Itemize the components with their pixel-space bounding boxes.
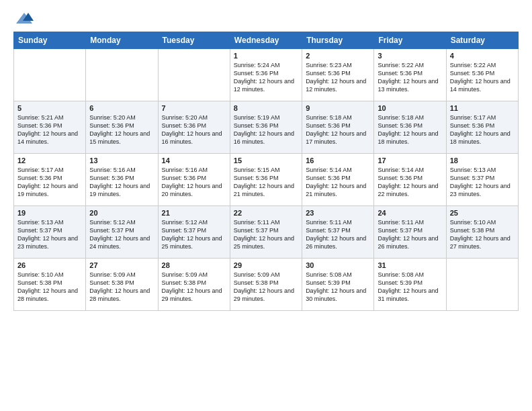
day-info: Sunrise: 5:18 AM Sunset: 5:36 PM Dayligh…	[306, 113, 370, 146]
day-info: Sunrise: 5:14 AM Sunset: 5:36 PM Dayligh…	[306, 166, 370, 199]
day-number: 13	[89, 156, 154, 165]
day-info: Sunrise: 5:19 AM Sunset: 5:36 PM Dayligh…	[234, 113, 298, 146]
day-cell: 21Sunrise: 5:12 AM Sunset: 5:37 PM Dayli…	[158, 206, 230, 259]
day-number: 12	[17, 156, 82, 165]
day-cell: 10Sunrise: 5:18 AM Sunset: 5:36 PM Dayli…	[374, 101, 446, 154]
day-number: 28	[162, 261, 226, 269]
day-number: 1	[234, 52, 298, 60]
day-number: 11	[450, 104, 515, 112]
day-info: Sunrise: 5:17 AM Sunset: 5:36 PM Dayligh…	[17, 166, 82, 199]
day-info: Sunrise: 5:10 AM Sunset: 5:38 PM Dayligh…	[17, 271, 82, 304]
day-cell	[14, 49, 86, 101]
week-row-3: 12Sunrise: 5:17 AM Sunset: 5:36 PM Dayli…	[14, 154, 519, 206]
day-info: Sunrise: 5:10 AM Sunset: 5:38 PM Dayligh…	[450, 218, 515, 251]
day-number: 8	[234, 104, 298, 112]
header-friday: Friday	[374, 32, 446, 49]
day-number: 7	[162, 104, 226, 112]
day-headers-row: SundayMondayTuesdayWednesdayThursdayFrid…	[14, 32, 519, 49]
day-info: Sunrise: 5:12 AM Sunset: 5:37 PM Dayligh…	[89, 218, 154, 251]
day-info: Sunrise: 5:11 AM Sunset: 5:37 PM Dayligh…	[306, 218, 370, 251]
day-info: Sunrise: 5:12 AM Sunset: 5:37 PM Dayligh…	[162, 218, 226, 251]
day-info: Sunrise: 5:14 AM Sunset: 5:36 PM Dayligh…	[378, 166, 442, 199]
day-cell: 20Sunrise: 5:12 AM Sunset: 5:37 PM Dayli…	[86, 206, 158, 259]
day-number: 19	[17, 209, 82, 217]
day-cell: 7Sunrise: 5:20 AM Sunset: 5:36 PM Daylig…	[158, 101, 230, 154]
day-number: 20	[89, 209, 154, 217]
week-row-2: 5Sunrise: 5:21 AM Sunset: 5:36 PM Daylig…	[14, 101, 519, 154]
day-cell: 30Sunrise: 5:08 AM Sunset: 5:39 PM Dayli…	[302, 259, 374, 311]
day-cell: 6Sunrise: 5:20 AM Sunset: 5:36 PM Daylig…	[86, 101, 158, 154]
day-cell: 29Sunrise: 5:09 AM Sunset: 5:38 PM Dayli…	[230, 259, 302, 311]
day-number: 30	[306, 261, 370, 269]
day-number: 29	[234, 261, 298, 269]
header-thursday: Thursday	[302, 32, 374, 49]
day-info: Sunrise: 5:18 AM Sunset: 5:36 PM Dayligh…	[378, 113, 442, 146]
day-number: 4	[450, 52, 515, 60]
day-number: 3	[378, 52, 442, 60]
day-info: Sunrise: 5:20 AM Sunset: 5:36 PM Dayligh…	[162, 113, 226, 146]
day-cell: 3Sunrise: 5:22 AM Sunset: 5:36 PM Daylig…	[374, 49, 446, 101]
day-info: Sunrise: 5:09 AM Sunset: 5:38 PM Dayligh…	[234, 271, 298, 304]
day-cell: 2Sunrise: 5:23 AM Sunset: 5:36 PM Daylig…	[302, 49, 374, 101]
day-info: Sunrise: 5:08 AM Sunset: 5:39 PM Dayligh…	[306, 271, 370, 304]
day-number: 25	[450, 209, 515, 217]
day-cell: 27Sunrise: 5:09 AM Sunset: 5:38 PM Dayli…	[86, 259, 158, 311]
day-cell	[86, 49, 158, 101]
day-cell: 15Sunrise: 5:15 AM Sunset: 5:36 PM Dayli…	[230, 154, 302, 206]
day-info: Sunrise: 5:22 AM Sunset: 5:36 PM Dayligh…	[450, 61, 515, 94]
day-info: Sunrise: 5:09 AM Sunset: 5:38 PM Dayligh…	[89, 271, 154, 304]
day-number: 22	[234, 209, 298, 217]
logo-icon	[15, 11, 34, 25]
day-number: 5	[17, 104, 82, 112]
day-cell: 22Sunrise: 5:11 AM Sunset: 5:37 PM Dayli…	[230, 206, 302, 259]
day-info: Sunrise: 5:13 AM Sunset: 5:37 PM Dayligh…	[17, 218, 82, 251]
day-cell	[446, 259, 518, 311]
day-number: 27	[89, 261, 154, 269]
day-cell: 18Sunrise: 5:13 AM Sunset: 5:37 PM Dayli…	[446, 154, 518, 206]
day-number: 9	[306, 104, 370, 112]
day-cell: 8Sunrise: 5:19 AM Sunset: 5:36 PM Daylig…	[230, 101, 302, 154]
day-number: 24	[378, 209, 442, 217]
calendar-table: SundayMondayTuesdayWednesdayThursdayFrid…	[13, 32, 519, 311]
day-cell: 23Sunrise: 5:11 AM Sunset: 5:37 PM Dayli…	[302, 206, 374, 259]
logo	[13, 11, 34, 25]
week-row-1: 1Sunrise: 5:24 AM Sunset: 5:36 PM Daylig…	[14, 49, 519, 101]
header-tuesday: Tuesday	[158, 32, 230, 49]
day-info: Sunrise: 5:11 AM Sunset: 5:37 PM Dayligh…	[234, 218, 298, 251]
day-cell: 25Sunrise: 5:10 AM Sunset: 5:38 PM Dayli…	[446, 206, 518, 259]
day-number: 6	[89, 104, 154, 112]
day-info: Sunrise: 5:08 AM Sunset: 5:39 PM Dayligh…	[378, 271, 442, 304]
day-number: 15	[234, 156, 298, 165]
day-info: Sunrise: 5:24 AM Sunset: 5:36 PM Dayligh…	[234, 61, 298, 94]
day-cell: 1Sunrise: 5:24 AM Sunset: 5:36 PM Daylig…	[230, 49, 302, 101]
day-number: 26	[17, 261, 82, 269]
week-row-4: 19Sunrise: 5:13 AM Sunset: 5:37 PM Dayli…	[14, 206, 519, 259]
header-monday: Monday	[86, 32, 158, 49]
day-number: 21	[162, 209, 226, 217]
day-info: Sunrise: 5:16 AM Sunset: 5:36 PM Dayligh…	[162, 166, 226, 199]
day-info: Sunrise: 5:17 AM Sunset: 5:36 PM Dayligh…	[450, 113, 515, 146]
day-cell: 26Sunrise: 5:10 AM Sunset: 5:38 PM Dayli…	[14, 259, 86, 311]
day-info: Sunrise: 5:22 AM Sunset: 5:36 PM Dayligh…	[378, 61, 442, 94]
day-cell: 28Sunrise: 5:09 AM Sunset: 5:38 PM Dayli…	[158, 259, 230, 311]
header-saturday: Saturday	[446, 32, 518, 49]
header-sunday: Sunday	[14, 32, 86, 49]
day-info: Sunrise: 5:23 AM Sunset: 5:36 PM Dayligh…	[306, 61, 370, 94]
day-cell: 14Sunrise: 5:16 AM Sunset: 5:36 PM Dayli…	[158, 154, 230, 206]
day-info: Sunrise: 5:21 AM Sunset: 5:36 PM Dayligh…	[17, 113, 82, 146]
day-info: Sunrise: 5:11 AM Sunset: 5:37 PM Dayligh…	[378, 218, 442, 251]
day-cell: 11Sunrise: 5:17 AM Sunset: 5:36 PM Dayli…	[446, 101, 518, 154]
day-cell: 17Sunrise: 5:14 AM Sunset: 5:36 PM Dayli…	[374, 154, 446, 206]
page: SundayMondayTuesdayWednesdayThursdayFrid…	[0, 0, 532, 411]
day-cell: 24Sunrise: 5:11 AM Sunset: 5:37 PM Dayli…	[374, 206, 446, 259]
day-cell: 12Sunrise: 5:17 AM Sunset: 5:36 PM Dayli…	[14, 154, 86, 206]
day-number: 17	[378, 156, 442, 165]
day-cell: 9Sunrise: 5:18 AM Sunset: 5:36 PM Daylig…	[302, 101, 374, 154]
day-number: 14	[162, 156, 226, 165]
day-cell: 13Sunrise: 5:16 AM Sunset: 5:36 PM Dayli…	[86, 154, 158, 206]
day-info: Sunrise: 5:15 AM Sunset: 5:36 PM Dayligh…	[234, 166, 298, 199]
day-number: 31	[378, 261, 442, 269]
day-number: 2	[306, 52, 370, 60]
day-cell: 31Sunrise: 5:08 AM Sunset: 5:39 PM Dayli…	[374, 259, 446, 311]
header-wednesday: Wednesday	[230, 32, 302, 49]
